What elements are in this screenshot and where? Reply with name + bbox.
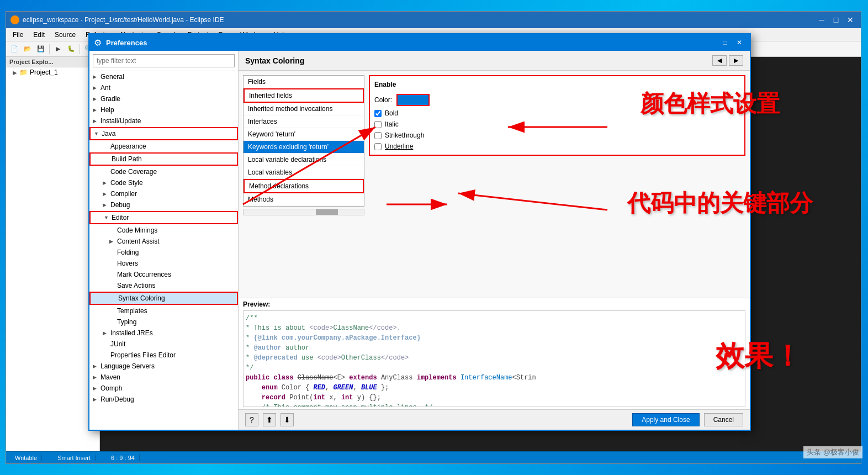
pref-item-codestyle[interactable]: ▶ Code Style	[89, 177, 238, 188]
tree-arrow-project1: ▶	[13, 70, 17, 76]
pref-item-general[interactable]: ▶ General	[89, 71, 238, 82]
pref-item-compiler[interactable]: ▶ Compiler	[89, 188, 238, 199]
toolbar-run[interactable]: ▶	[52, 43, 64, 55]
apply-close-button[interactable]: Apply and Close	[632, 413, 699, 426]
pref-item-languageservers[interactable]: ▶ Language Servers	[89, 361, 238, 372]
pref-item-java[interactable]: ▼ Java	[89, 127, 238, 140]
footer-right: Apply and Close Cancel	[632, 413, 743, 426]
filter-input[interactable]	[93, 54, 235, 67]
nav-forward-button[interactable]: ▶	[729, 55, 743, 66]
preview-line-1: /**	[246, 313, 743, 323]
dialog-title-left: ⚙ Preferences	[94, 38, 147, 48]
dialog-maximize-button[interactable]: □	[719, 36, 731, 49]
pref-label-appearance: Appearance	[110, 142, 146, 150]
syntax-item-interfaces[interactable]: Interfaces	[244, 115, 364, 128]
pref-item-saveactions[interactable]: Save Actions	[89, 280, 238, 291]
syntax-item-keywords-excl[interactable]: Keywords excluding 'return'	[244, 141, 364, 154]
maximize-button[interactable]: □	[830, 14, 842, 26]
pref-item-install[interactable]: ▶ Install/Update	[89, 115, 238, 126]
expand-arrow-contentassist: ▶	[109, 239, 115, 244]
syntax-item-inheritedmethods[interactable]: Inherited method invocations	[244, 103, 364, 115]
toolbar-open[interactable]: 📂	[22, 43, 34, 55]
status-position: 6 : 9 : 94	[107, 455, 140, 461]
syntax-item-methoddecl[interactable]: Method declarations	[244, 179, 364, 193]
toolbar-new[interactable]: 📄	[8, 43, 20, 55]
expand-arrow-editor: ▼	[104, 215, 109, 220]
checkbox-italic-input[interactable]	[374, 121, 382, 128]
footer-left: ? ⬆ ⬇	[245, 413, 294, 426]
dialog-close-button[interactable]: ✕	[733, 36, 745, 49]
dialog-content: Syntax Coloring ◀ ▶ Fields Inher	[239, 51, 750, 430]
pref-item-contentassist[interactable]: ▶ Content Assist	[89, 236, 238, 247]
pref-item-maven[interactable]: ▶ Maven	[89, 372, 238, 383]
pref-label-buildpath: Build Path	[112, 155, 142, 163]
tree-scroll[interactable]: ▶ General ▶ Ant ▶ Gradle ▶	[89, 71, 238, 430]
checkbox-strikethrough-input[interactable]	[374, 132, 382, 139]
expand-arrow-debug: ▶	[103, 202, 108, 208]
pref-item-folding[interactable]: Folding	[89, 247, 238, 258]
checkbox-underline-input[interactable]	[374, 143, 382, 150]
pref-item-debug[interactable]: ▶ Debug	[89, 199, 238, 210]
preview-line-3: * {@link com.yourCompany.aPackage.Interf…	[246, 333, 743, 343]
pref-item-hovers[interactable]: Hovers	[89, 258, 238, 269]
menu-edit[interactable]: Edit	[29, 30, 49, 40]
scrollbar-track	[243, 209, 364, 215]
pref-item-rundebug[interactable]: ▶ Run/Debug	[89, 394, 238, 405]
enable-group: Enable Color: Bold Italic	[369, 75, 745, 156]
syntax-list[interactable]: Fields Inherited fields Inherited method…	[243, 75, 364, 207]
syntax-item-localvars[interactable]: Local variables	[244, 166, 364, 179]
enable-group-title: Enable	[374, 81, 740, 88]
pref-item-junit[interactable]: JUnit	[89, 339, 238, 350]
cancel-button[interactable]: Cancel	[704, 413, 743, 426]
pref-item-help[interactable]: ▶ Help	[89, 104, 238, 115]
menu-source[interactable]: Source	[50, 30, 80, 40]
pref-item-buildpath[interactable]: Build Path	[89, 152, 238, 166]
expand-arrow-installedjres: ▶	[103, 330, 108, 336]
pref-item-templates[interactable]: Templates	[89, 305, 238, 316]
syntax-item-fields[interactable]: Fields	[244, 76, 364, 88]
syntax-item-keyword-return[interactable]: Keyword 'return'	[244, 128, 364, 141]
syntax-item-methods[interactable]: Methods	[244, 193, 364, 206]
pref-item-oomph[interactable]: ▶ Oomph	[89, 383, 238, 394]
footer-export-button[interactable]: ⬆	[263, 413, 276, 426]
pref-item-codeminings[interactable]: Code Minings	[89, 225, 238, 236]
dialog-title-icon: ⚙	[94, 38, 102, 48]
status-insert: Smart Insert	[53, 455, 96, 461]
footer-help-button[interactable]: ?	[245, 413, 258, 426]
scrollbar-thumb[interactable]	[316, 209, 338, 215]
expand-arrow-ant: ▶	[93, 85, 98, 91]
tree-item-project1[interactable]: ▶ 📁 Project_1	[6, 67, 99, 77]
expand-arrow-install: ▶	[93, 118, 98, 124]
checkbox-underline: Underline	[374, 142, 740, 150]
strikethrough-label: Strikethrough	[385, 131, 424, 139]
checkbox-bold-input[interactable]	[374, 110, 382, 117]
pref-item-ant[interactable]: ▶ Ant	[89, 82, 238, 93]
close-button[interactable]: ✕	[844, 14, 856, 26]
pref-item-appearance[interactable]: Appearance	[89, 141, 238, 152]
pref-item-markoccurrences[interactable]: Mark Occurrences	[89, 269, 238, 280]
minimize-button[interactable]: ─	[816, 14, 828, 26]
syntax-coloring-area: Fields Inherited fields Inherited method…	[239, 71, 750, 298]
pref-item-editor[interactable]: ▼ Editor	[89, 211, 238, 224]
folder-icon-project1: 📁	[19, 68, 28, 76]
menu-file[interactable]: File	[8, 30, 28, 40]
pref-item-installedjres[interactable]: ▶ Installed JREs	[89, 328, 238, 339]
syntax-item-inheritedfields[interactable]: Inherited fields	[244, 88, 364, 103]
pref-label-markoccurrences: Mark Occurrences	[117, 271, 171, 278]
nav-back-button[interactable]: ◀	[712, 55, 727, 66]
pref-item-propertieseditor[interactable]: Properties Files Editor	[89, 350, 238, 361]
footer-import-button[interactable]: ⬇	[280, 413, 294, 426]
pref-item-codecoverage[interactable]: Code Coverage	[89, 166, 238, 177]
pref-label-syntaxcoloring: Syntax Coloring	[118, 294, 165, 302]
color-swatch[interactable]	[396, 94, 430, 106]
pref-label-contentassist: Content Assist	[117, 238, 160, 245]
syntax-item-localvardecl[interactable]: Local variable declarations	[244, 154, 364, 166]
pref-item-gradle[interactable]: ▶ Gradle	[89, 93, 238, 104]
pref-item-typing[interactable]: Typing	[89, 316, 238, 328]
toolbar-debug[interactable]: 🐛	[65, 43, 77, 55]
toolbar-save[interactable]: 💾	[35, 43, 47, 55]
preview-line-9: record Point(int x, int y) {};	[246, 393, 743, 403]
pref-item-syntaxcoloring[interactable]: Syntax Coloring	[89, 292, 238, 305]
pref-label-hovers: Hovers	[117, 260, 138, 267]
expand-arrow-maven: ▶	[93, 374, 98, 380]
